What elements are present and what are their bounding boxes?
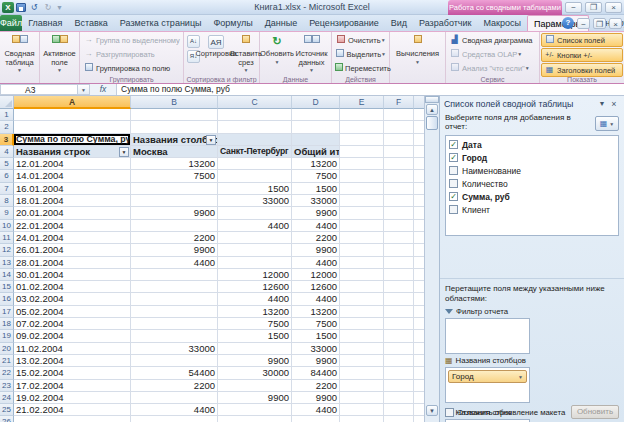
cell[interactable] (414, 355, 424, 367)
workbook-close-icon[interactable]: × (609, 18, 622, 29)
cell[interactable] (340, 195, 384, 207)
value-cell[interactable]: 13200 (292, 306, 340, 318)
cell[interactable] (14, 109, 131, 121)
select-all-corner[interactable] (0, 96, 14, 109)
date-cell[interactable]: 28.01.2004 (14, 257, 131, 269)
formula-input[interactable]: Сумма по полю Сумма, руб (116, 84, 624, 95)
value-cell[interactable]: 7500 (292, 318, 340, 330)
value-cell[interactable]: 9900 (292, 244, 340, 256)
date-cell[interactable]: 19.02.2004 (14, 392, 131, 404)
cell[interactable] (218, 244, 292, 256)
cell[interactable] (340, 220, 384, 232)
row-header-15[interactable]: 15 (0, 281, 14, 293)
field-checkbox[interactable]: ✓ (449, 192, 458, 201)
cell[interactable] (384, 134, 414, 146)
cell[interactable] (131, 183, 218, 195)
cell[interactable] (384, 293, 414, 305)
cell[interactable]: Названия столбцов▼ (131, 134, 218, 146)
cell[interactable] (340, 134, 384, 146)
cell[interactable] (414, 195, 424, 207)
date-cell[interactable]: 17.02.2004 (14, 380, 131, 392)
cell[interactable] (414, 134, 424, 146)
cell[interactable] (414, 318, 424, 330)
value-cell[interactable]: 33000 (218, 195, 292, 207)
tab-5[interactable]: Данные (259, 15, 304, 31)
cell[interactable] (131, 392, 218, 404)
row-header-7[interactable]: 7 (0, 183, 14, 195)
value-cell[interactable]: 4400 (218, 220, 292, 232)
pane-close-icon[interactable]: × (608, 99, 620, 109)
row-header-5[interactable]: 5 (0, 158, 14, 170)
active-field-button[interactable]: Активное поле ▼ (41, 33, 78, 75)
cell[interactable] (131, 281, 218, 293)
workbook-minimize-icon[interactable]: − (577, 18, 590, 29)
row-header-10[interactable]: 10 (0, 220, 14, 232)
date-cell[interactable]: 14.01.2004 (14, 170, 131, 182)
cell[interactable] (14, 121, 131, 133)
value-cell[interactable]: 4400 (292, 220, 340, 232)
value-cell[interactable]: 12000 (218, 269, 292, 281)
column-header-F[interactable]: F (384, 96, 414, 109)
value-cell[interactable]: 2200 (131, 232, 218, 244)
tab-8[interactable]: Разработчик (413, 15, 477, 31)
refresh-button[interactable]: ↻ Обновить ▼ (261, 33, 293, 75)
field-list-toggle-button[interactable]: Список полей (541, 33, 623, 47)
cell[interactable]: Названия строк▼ (14, 146, 131, 158)
date-cell[interactable]: 07.02.2004 (14, 318, 131, 330)
scroll-up-icon[interactable]: ▲ (426, 104, 438, 115)
plus-minus-buttons-toggle[interactable]: +/- Кнопки +/- (541, 48, 623, 62)
cell[interactable] (131, 195, 218, 207)
cell[interactable] (131, 416, 218, 422)
pivot-column-header[interactable]: Москва (131, 146, 218, 158)
field-chip[interactable]: Город▼ (448, 370, 527, 383)
cell[interactable] (414, 281, 424, 293)
cell[interactable] (414, 293, 424, 305)
restore-icon[interactable]: ❐ (585, 2, 602, 13)
tab-4[interactable]: Формулы (208, 15, 259, 31)
move-button[interactable]: Переместить (333, 61, 388, 75)
cell[interactable] (340, 146, 384, 158)
value-cell[interactable]: 1500 (292, 330, 340, 342)
value-cell[interactable]: 13200 (131, 158, 218, 170)
cell[interactable] (340, 380, 384, 392)
pivot-column-header[interactable]: Санкт-Петербург (218, 146, 292, 158)
field-item[interactable]: ✓Дата (447, 138, 617, 151)
cell[interactable] (384, 281, 414, 293)
cell[interactable] (340, 318, 384, 330)
cell[interactable] (131, 306, 218, 318)
cell[interactable] (131, 109, 218, 121)
date-cell[interactable]: 03.02.2004 (14, 293, 131, 305)
row-header-9[interactable]: 9 (0, 207, 14, 219)
value-cell[interactable]: 9900 (292, 207, 340, 219)
sort-ascending-icon[interactable]: А↓ (187, 35, 200, 48)
clear-button[interactable]: Очистить ▼ (333, 33, 388, 47)
row-header-22[interactable]: 22 (0, 367, 14, 379)
cell[interactable] (414, 306, 424, 318)
cell[interactable] (131, 355, 218, 367)
cell[interactable] (384, 146, 414, 158)
cell[interactable] (340, 306, 384, 318)
date-cell[interactable]: 30.01.2004 (14, 269, 131, 281)
field-item[interactable]: ✓Сумма, руб (447, 190, 617, 203)
filter-dropdown-icon[interactable]: ▼ (119, 147, 129, 157)
value-cell[interactable]: 30000 (218, 367, 292, 379)
cell[interactable] (414, 269, 424, 281)
tab-1[interactable]: Главная (22, 15, 68, 31)
value-cell[interactable]: 2200 (131, 380, 218, 392)
value-cell[interactable]: 9900 (218, 392, 292, 404)
cell[interactable] (414, 330, 424, 342)
cell[interactable] (384, 355, 414, 367)
save-icon[interactable] (16, 3, 26, 12)
value-cell[interactable]: 4400 (131, 404, 218, 416)
row-header-11[interactable]: 11 (0, 232, 14, 244)
group-field-button[interactable]: Группировка по полю (81, 61, 182, 75)
cell[interactable] (414, 183, 424, 195)
cell[interactable] (384, 306, 414, 318)
date-cell[interactable]: 11.02.2004 (14, 343, 131, 355)
value-cell[interactable]: 4400 (292, 257, 340, 269)
cell[interactable] (218, 257, 292, 269)
cell[interactable] (340, 121, 384, 133)
value-cell[interactable]: 4400 (131, 257, 218, 269)
cell[interactable] (14, 416, 131, 422)
cell[interactable] (384, 109, 414, 121)
